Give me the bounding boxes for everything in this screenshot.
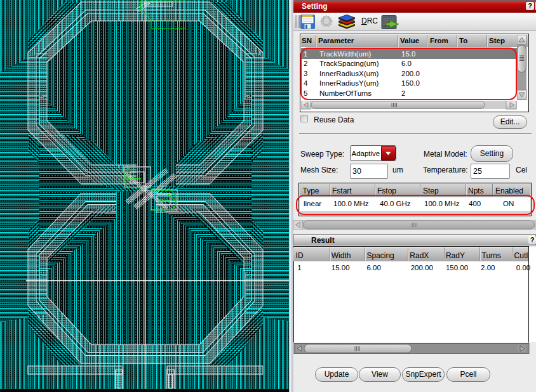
svg-text:DRC: DRC bbox=[361, 16, 378, 25]
